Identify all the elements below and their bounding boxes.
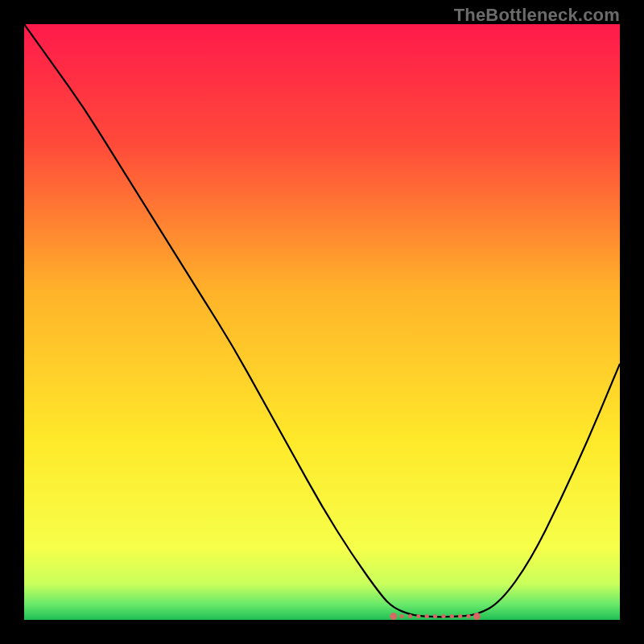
curve-line [24, 24, 620, 617]
chart-frame: TheBottleneck.com [0, 0, 644, 644]
optimal-range-dot [466, 614, 470, 618]
optimal-range-dot [433, 614, 437, 618]
watermark-text: TheBottleneck.com [454, 5, 620, 26]
optimal-range-dot [441, 614, 445, 618]
optimal-range-dot [408, 614, 412, 618]
optimal-range-dot [425, 614, 429, 618]
optimal-range-dot [473, 613, 481, 620]
bottleneck-curve [24, 24, 620, 620]
plot-area [24, 24, 620, 620]
optimal-range-dot [400, 614, 404, 618]
optimal-range-dot [458, 614, 462, 618]
optimal-range-dot [416, 614, 420, 618]
optimal-range-dot [390, 613, 397, 620]
optimal-range-markers [390, 613, 481, 620]
optimal-range-dot [450, 614, 454, 618]
